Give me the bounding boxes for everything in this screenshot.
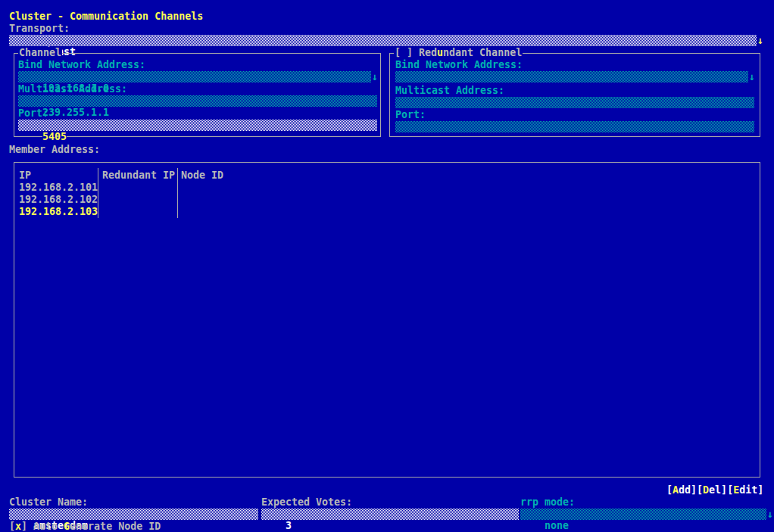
expected-votes-value: 3 (286, 520, 292, 531)
channel-port-value: 5405 (42, 131, 67, 142)
member-row[interactable]: 192.168.2.101 (19, 182, 98, 194)
channel-bind-label: Bind Network Address: (18, 59, 145, 71)
redundant-multicast-address-input[interactable] (395, 97, 754, 108)
cluster-communication-dialog: Cluster - Communication Channels Transpo… (0, 0, 774, 532)
page-title: Cluster - Communication Channels (9, 11, 203, 23)
channel-port-input[interactable]: 5405 (18, 120, 377, 131)
redundant-title-pre: Red (419, 47, 437, 58)
channel-multicast-address-value: 239.255.1.1 (42, 107, 109, 118)
rrp-mode-value: none (545, 520, 569, 531)
redundant-title-hotkey: u (437, 47, 443, 58)
redundant-multicast-label: Multicast Address: (395, 85, 504, 97)
redundant-title-post: ndant Channel (443, 47, 522, 58)
table-column-separator (98, 168, 98, 218)
member-column-node-id: Node ID (181, 170, 223, 182)
rrp-dropdown-arrow-icon[interactable]: ↓ (766, 509, 774, 520)
cluster-name-label: Cluster Name: (9, 496, 88, 509)
channel-bind-dropdown-arrow-icon[interactable]: ↓ (371, 71, 379, 82)
redundant-bind-address-input[interactable] (395, 71, 748, 82)
redundant-port-input[interactable] (395, 121, 754, 132)
channel-bind-address-input[interactable]: 192.168.1.0 (18, 71, 371, 82)
table-column-separator (177, 168, 178, 218)
expected-votes-label: Expected Votes: (261, 496, 352, 509)
rrp-mode-select[interactable]: none (520, 509, 766, 520)
redundant-checkbox-brackets: [ ] (395, 47, 419, 58)
channel-multicast-address-input[interactable]: 239.255.1.1 (18, 95, 377, 107)
transport-dropdown-arrow-icon[interactable]: ↓ (757, 35, 764, 46)
add-button[interactable]: [Add] (666, 484, 697, 496)
channel-multicast-label: Multicast Address: (18, 83, 127, 95)
redundant-port-label: Port: (395, 109, 426, 121)
member-row[interactable]: 192.168.2.103 (19, 206, 98, 218)
member-address-table[interactable] (14, 162, 760, 478)
member-column-ip: IP (19, 170, 31, 182)
expected-votes-input[interactable]: 3 (261, 509, 519, 520)
cluster-name-input[interactable]: amsterdam (9, 509, 258, 520)
table-actions: [Add][Del][Edit] (666, 484, 763, 496)
member-row[interactable]: 192.168.2.102 (19, 194, 98, 206)
redundant-bind-dropdown-arrow-icon[interactable]: ↓ (748, 71, 756, 82)
del-button[interactable]: [Del] (697, 484, 727, 496)
channel-frame-title: Channel (18, 47, 62, 59)
member-column-redundant-ip: Redundant IP (102, 170, 175, 182)
member-address-label: Member Address: (9, 144, 100, 156)
channel-port-label: Port: (18, 107, 48, 120)
redundant-bind-label: Bind Network Address: (395, 59, 523, 71)
rrp-mode-label: rrp mode: (520, 496, 575, 509)
transport-label: Transport: (9, 23, 70, 35)
transport-select[interactable]: Unicast (9, 35, 757, 46)
checkbox-mark: x (15, 521, 21, 532)
edit-button[interactable]: [Edit] (727, 484, 763, 496)
auto-generate-node-id-checkbox[interactable]: [x] Auto Generate Node ID (9, 521, 161, 532)
redundant-channel-checkbox[interactable]: [ ] Redundant Channel (394, 47, 523, 59)
